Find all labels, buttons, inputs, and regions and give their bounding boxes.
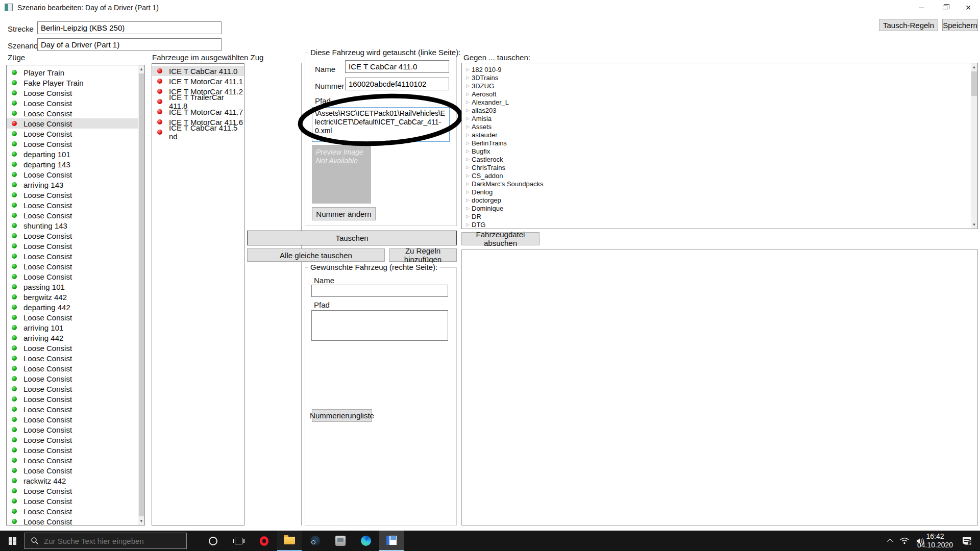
- tree-item[interactable]: ▷ DTG: [462, 220, 977, 229]
- nummer-input[interactable]: [345, 78, 449, 90]
- nummerierungliste-button[interactable]: Nummerierungliste: [312, 409, 372, 422]
- fahrzeuge-list-item[interactable]: ICE T MotorCar 411.7: [152, 107, 244, 117]
- restore-button[interactable]: [933, 0, 957, 15]
- zuege-list-item[interactable]: Loose Consist: [7, 465, 144, 475]
- zuege-list-item[interactable]: Loose Consist: [7, 373, 144, 384]
- tree-item[interactable]: ▷ alias203: [462, 106, 977, 114]
- tree-item[interactable]: ▷ BerlinTrains: [462, 139, 977, 147]
- expander-triangle-icon[interactable]: ▷: [466, 75, 472, 80]
- zuege-list-item[interactable]: Loose Consist: [7, 231, 144, 241]
- strecke-input[interactable]: [37, 21, 222, 34]
- name-input-left[interactable]: [345, 60, 449, 73]
- tree-item[interactable]: ▷ Castlerock: [462, 155, 977, 163]
- zuege-list-item[interactable]: Loose Consist: [7, 118, 144, 129]
- zuege-list-item[interactable]: arriving 442: [7, 333, 144, 343]
- expander-triangle-icon[interactable]: ▷: [466, 181, 472, 186]
- zuege-list-item[interactable]: shunting 143: [7, 220, 144, 231]
- zuege-list-item[interactable]: Loose Consist: [7, 108, 144, 118]
- zuege-list-item[interactable]: Loose Consist: [7, 98, 144, 108]
- minimize-button[interactable]: [910, 0, 933, 15]
- pfad-textbox-left[interactable]: \Assets\RSC\ICETPack01\RailVehicles\Elec…: [312, 107, 450, 142]
- zuege-list-item[interactable]: Loose Consist: [7, 88, 144, 98]
- expander-triangle-icon[interactable]: ▷: [466, 214, 472, 219]
- start-button[interactable]: [0, 531, 24, 551]
- zuege-list-item[interactable]: Loose Consist: [7, 261, 144, 271]
- scroll-up-icon[interactable]: ▲: [138, 65, 144, 73]
- zuege-list-item[interactable]: rackwitz 442: [7, 475, 144, 486]
- tree-scroll-thumb[interactable]: [971, 71, 977, 96]
- edge-taskbar-button[interactable]: [354, 531, 378, 551]
- tree-scrollbar[interactable]: ▲ ▼: [971, 63, 977, 229]
- fahrzeuge-list-item[interactable]: ICE T CabCar 411.5 nd: [152, 127, 244, 137]
- alle-gleiche-tauschen-button[interactable]: Alle gleiche tauschen: [247, 248, 385, 262]
- search-input[interactable]: [44, 537, 172, 545]
- tree-item[interactable]: ▷: [462, 229, 977, 229]
- zuege-list-item[interactable]: Loose Consist: [7, 445, 144, 455]
- zuege-list-item[interactable]: Fake Player Train: [7, 78, 144, 88]
- tree-item[interactable]: ▷ Amisia: [462, 114, 977, 122]
- tree-item[interactable]: ▷ CS_addon: [462, 171, 977, 180]
- fahrzeuge-list-item[interactable]: ICE T CabCar 411.0: [152, 66, 244, 76]
- zuege-list-item[interactable]: Loose Consist: [7, 210, 144, 220]
- fahrzeuge-list-item[interactable]: ICE T MotorCar 411.1: [152, 76, 244, 86]
- expander-triangle-icon[interactable]: ▷: [466, 91, 472, 96]
- zuege-list-item[interactable]: Loose Consist: [7, 241, 144, 251]
- zuege-list-item[interactable]: arriving 101: [7, 322, 144, 333]
- tree-item[interactable]: ▷ DarkMarc's Soundpacks: [462, 180, 977, 188]
- steam-taskbar-button[interactable]: [303, 531, 327, 551]
- tree-item[interactable]: ▷ 3DZUG: [462, 82, 977, 90]
- expander-triangle-icon[interactable]: ▷: [466, 173, 472, 178]
- expander-triangle-icon[interactable]: ▷: [466, 132, 472, 137]
- zuege-list-item[interactable]: Loose Consist: [7, 363, 144, 373]
- tree-item[interactable]: ▷ astauder: [462, 131, 977, 139]
- zuege-list-item[interactable]: Loose Consist: [7, 129, 144, 139]
- zuege-list-item[interactable]: Loose Consist: [7, 496, 144, 506]
- tree-item[interactable]: ▷ 3DTrains: [462, 73, 977, 82]
- zuege-scroll-thumb[interactable]: [139, 73, 144, 516]
- zu-regeln-hinzufuegen-button[interactable]: Zu Regeln hinzufügen: [389, 248, 457, 262]
- zuege-list-item[interactable]: Loose Consist: [7, 404, 144, 414]
- tree-item[interactable]: ▷ Bugfix: [462, 147, 977, 155]
- scroll-down-icon[interactable]: ▼: [138, 517, 144, 525]
- zuege-list-item[interactable]: Loose Consist: [7, 394, 144, 404]
- zuege-listbox[interactable]: Player Train Fake Player Train Loose Con…: [6, 65, 145, 525]
- fahrzeugdatei-absuchen-button[interactable]: Fahrzeugdatei absuchen: [461, 232, 540, 245]
- network-tray-button[interactable]: [897, 531, 912, 551]
- tree-item[interactable]: ▷ doctorgep: [462, 196, 977, 204]
- zuege-list-item[interactable]: Loose Consist: [7, 455, 144, 465]
- zuege-list-item[interactable]: Player Train: [7, 67, 144, 78]
- tray-expand-button[interactable]: [885, 531, 897, 551]
- expander-triangle-icon[interactable]: ▷: [466, 189, 472, 194]
- zuege-list-item[interactable]: Loose Consist: [7, 169, 144, 180]
- tree-item[interactable]: ▷ DR: [462, 212, 977, 220]
- expander-triangle-icon[interactable]: ▷: [466, 157, 472, 162]
- tree-item[interactable]: ▷ Assets: [462, 122, 977, 131]
- expander-triangle-icon[interactable]: ▷: [466, 124, 472, 129]
- zuege-list-item[interactable]: Loose Consist: [7, 506, 144, 516]
- expander-triangle-icon[interactable]: ▷: [466, 148, 472, 154]
- scroll-down-icon[interactable]: ▼: [971, 221, 977, 229]
- expander-triangle-icon[interactable]: ▷: [466, 99, 472, 105]
- fahrzeuge-list-item[interactable]: ICE T TrailerCar 411.8: [152, 96, 244, 107]
- tree-item[interactable]: ▷ Denlog: [462, 188, 977, 196]
- zuege-list-item[interactable]: Loose Consist: [7, 190, 144, 200]
- utility-app-taskbar-button[interactable]: [328, 531, 353, 551]
- zuege-list-item[interactable]: Loose Consist: [7, 435, 144, 445]
- scenario-editor-taskbar-button[interactable]: [379, 531, 404, 551]
- tree-item[interactable]: ▷ Alexander_L: [462, 98, 977, 106]
- expander-triangle-icon[interactable]: ▷: [466, 108, 472, 113]
- zuege-list-item[interactable]: passing 101: [7, 282, 144, 292]
- pfad-textbox-right[interactable]: [311, 310, 448, 341]
- zuege-list-item[interactable]: bergwitz 442: [7, 292, 144, 302]
- tree-item[interactable]: ▷ Dominique: [462, 204, 977, 212]
- expander-triangle-icon[interactable]: ▷: [466, 165, 472, 170]
- task-view-button[interactable]: [226, 531, 251, 551]
- speichern-button[interactable]: Speichern: [942, 19, 978, 31]
- zuege-list-item[interactable]: departing 143: [7, 159, 144, 169]
- tree-item[interactable]: ▷ Aerosoft: [462, 90, 977, 98]
- taskbar-clock[interactable]: 16:42 04.10.2020: [917, 531, 953, 551]
- close-button[interactable]: ✕: [957, 0, 980, 15]
- expander-triangle-icon[interactable]: ▷: [466, 116, 472, 121]
- expander-triangle-icon[interactable]: ▷: [466, 222, 472, 227]
- action-center-button[interactable]: 2: [957, 531, 977, 551]
